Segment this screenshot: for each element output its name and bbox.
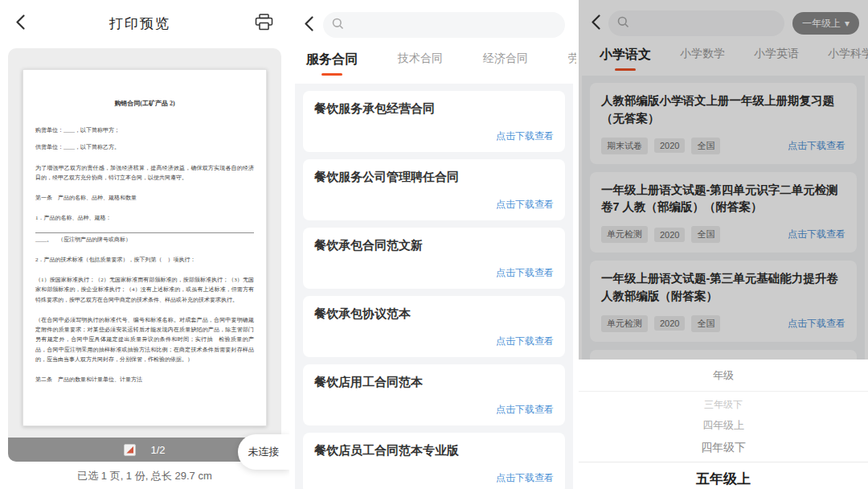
tab-labor-contract[interactable]: 劳动劳务合同 — [568, 51, 576, 73]
contract-title: 餐饮店用工合同范本 — [314, 375, 554, 390]
contract-tabs: 服务合同 技术合同 经济合同 劳动劳务合同 — [292, 50, 576, 82]
contract-title: 餐饮服务公司管理聘任合同 — [314, 170, 554, 185]
contract-card[interactable]: 餐饮承包协议范本 点击下载查看 — [303, 296, 565, 357]
page-title: 打印预览 — [109, 14, 170, 33]
contract-title: 餐饮服务承包经营合同 — [314, 101, 554, 117]
search-bar[interactable] — [323, 12, 565, 38]
document-paragraph: 第一条 产品的名称、品种、规格和数量 — [35, 193, 254, 203]
document-paragraph: 为了增强甲乙双方的责任感，加强经济核算，提高经济效益，确保双方实现各自的经济目的… — [35, 163, 254, 183]
download-link[interactable]: 点击下载查看 — [314, 129, 554, 143]
download-link[interactable]: 点击下载查看 — [314, 198, 554, 212]
search-icon — [332, 18, 344, 33]
download-link[interactable]: 点击下载查看 — [314, 266, 554, 280]
document-paragraph: 第二条 产品的数量和计量单位、计量方法 — [35, 375, 254, 384]
document-paragraph: 1．产品的名称、品种、规格： — [35, 213, 254, 223]
picker-option-grade4-up[interactable]: 四年级上 — [579, 414, 868, 437]
document-paragraph: 供货单位：____，以下简称乙方。 — [35, 142, 254, 152]
tab-technical-contract[interactable]: 技术合同 — [398, 51, 443, 73]
back-button[interactable] — [305, 16, 313, 34]
connection-status-pill[interactable]: 未连接 — [238, 434, 289, 470]
document-page: 购销合同(工矿产品 2) 购货单位：____，以下简称甲方； 供货单位：____… — [23, 69, 267, 426]
page-thumbnail-icon — [126, 446, 133, 454]
back-button[interactable] — [16, 14, 25, 32]
contract-card[interactable]: 餐饮承包合同范文新 点击下载查看 — [303, 228, 565, 289]
contract-list: 餐饮服务承包经营合同 点击下载查看 餐饮服务公司管理聘任合同 点击下载查看 餐饮… — [295, 84, 573, 489]
tab-service-contract[interactable]: 服务合同 — [306, 51, 358, 76]
back-icon — [16, 14, 25, 32]
document-paragraph: ____。 （应注明产品的牌号或商标） — [35, 235, 254, 244]
document-title: 购销合同(工矿产品 2) — [35, 99, 254, 108]
print-summary: 已选 1 页, 1 份, 总长 29.7 cm — [0, 469, 289, 483]
contract-title: 餐饮承包协议范本 — [314, 306, 554, 322]
printer-icon — [255, 14, 273, 33]
download-link[interactable]: 点击下载查看 — [314, 403, 554, 417]
print-preview-screen: 打印预览 购销合同(工矿产品 2) 购货单位：____，以下简称甲方； 供货单位… — [0, 0, 289, 489]
print-button[interactable] — [255, 14, 273, 33]
picker-option-grade4-down[interactable]: 四年级下 — [579, 437, 868, 462]
document-paragraph: （在合同中必须写明执行的标准代号、编号和标准名称。对成套产品，合同中要明确规定附… — [35, 315, 254, 364]
document-paragraph: （1）按国家标准执行；（2）无国家标准而有部颁标准的，按部颁标准执行；（3）无国… — [35, 275, 254, 305]
page-indicator: 1/2 — [150, 444, 165, 456]
contract-title: 餐饮承包合同范文新 — [314, 238, 554, 253]
preview-area: 购销合同(工矿产品 2) 购货单位：____，以下简称甲方； 供货单位：____… — [8, 48, 281, 462]
grade-picker-sheet: 年级 三年级下 四年级上 四年级下 五年级上 — [579, 360, 868, 489]
picker-option-grade3-down[interactable]: 三年级下 — [579, 392, 868, 414]
app: 打印预览 购销合同(工矿产品 2) 购货单位：____，以下简称甲方； 供货单位… — [0, 0, 868, 489]
contract-list-screen: 服务合同 技术合同 经济合同 劳动劳务合同 餐饮服务承包经营合同 点击下载查看 … — [289, 0, 579, 489]
contract-title: 餐饮店员工合同范本专业版 — [314, 443, 554, 458]
contract-card[interactable]: 餐饮店用工合同范本 点击下载查看 — [303, 364, 565, 425]
contract-card[interactable]: 餐饮服务承包经营合同 点击下载查看 — [303, 91, 565, 152]
download-link[interactable]: 点击下载查看 — [314, 335, 554, 348]
picker-option-grade5-up-selected[interactable]: 五年级上 — [579, 462, 868, 489]
search-input[interactable] — [349, 19, 556, 31]
back-icon — [305, 16, 313, 34]
tab-economic-contract[interactable]: 经济合同 — [483, 51, 528, 73]
contract-card[interactable]: 餐饮店员工合同范本专业版 点击下载查看 — [303, 433, 565, 489]
download-link[interactable]: 点击下载查看 — [314, 471, 554, 485]
contract-search-header — [292, 0, 576, 50]
print-preview-header: 打印预览 — [0, 0, 289, 47]
document-paragraph: 2．产品的技术标准（包括质量要求），按下列第（ ）项执行： — [35, 255, 254, 265]
fill-in-blank-line — [35, 232, 254, 233]
exam-papers-screen: 一年级上 ▾ 小学语文 小学数学 小学英语 小学科学 人教部编版小学语文上册一年… — [579, 0, 868, 489]
active-tab-underline — [321, 73, 342, 76]
contract-card[interactable]: 餐饮服务公司管理聘任合同 点击下载查看 — [303, 159, 565, 220]
page-select-checkbox[interactable] — [124, 444, 136, 456]
picker-title: 年级 — [579, 360, 868, 392]
document-paragraph: 购货单位：____，以下简称甲方； — [35, 125, 254, 135]
